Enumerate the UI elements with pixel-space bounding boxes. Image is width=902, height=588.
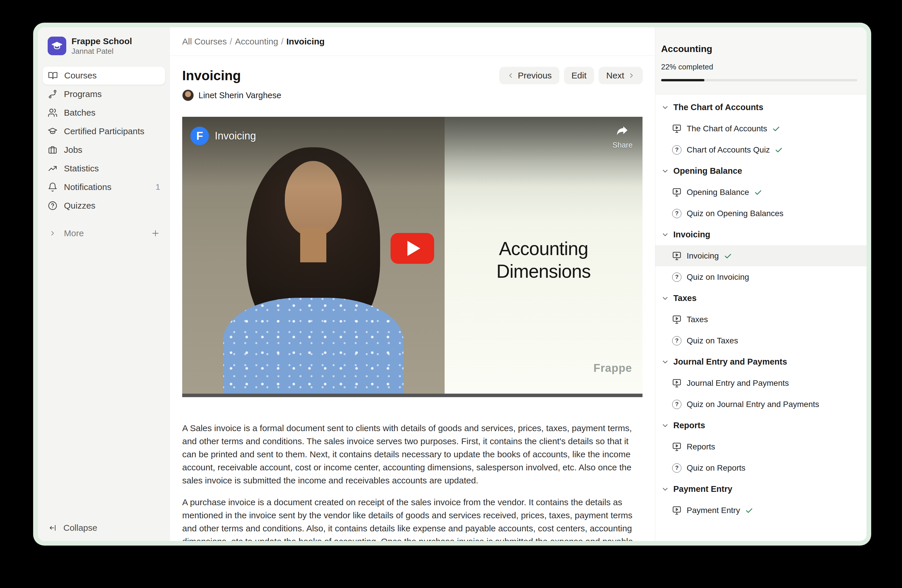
breadcrumb-course[interactable]: Accounting: [235, 37, 278, 47]
lesson-row[interactable]: ? Quiz on Journal Entry and Payments: [655, 394, 866, 415]
lesson-content: Invoicing Previous Edit Next: [170, 56, 655, 541]
sidebar-item-label: Programs: [64, 89, 102, 99]
lesson-row[interactable]: Journal Entry and Payments: [655, 372, 866, 394]
share-button[interactable]: Share: [612, 125, 633, 150]
video-title[interactable]: Invoicing: [215, 130, 256, 142]
lesson-title: Quiz on Taxes: [687, 336, 738, 346]
video-lesson-icon: [672, 442, 682, 452]
outline-list: The Chart of Accounts The Chart of Accou…: [655, 94, 866, 541]
chapter-title: Opening Balance: [673, 166, 742, 176]
play-button[interactable]: [391, 233, 434, 264]
lesson-row[interactable]: Payment Entry: [655, 500, 866, 521]
author-name: Linet Sherin Varghese: [199, 91, 281, 100]
lesson-row[interactable]: ? Quiz on Opening Balances: [655, 203, 866, 224]
video-progress-bar[interactable]: [182, 394, 642, 397]
collapse-sidebar-button[interactable]: Collapse: [49, 523, 97, 533]
frappe-school-logo: [48, 37, 66, 55]
sidebar-nav: Courses Programs Batches Certified Parti…: [38, 66, 170, 215]
sidebar-item-jobs[interactable]: Jobs: [42, 141, 165, 159]
lesson-title: Quiz on Reports: [687, 463, 745, 473]
chevron-down-icon[interactable]: [661, 358, 669, 366]
add-icon[interactable]: [151, 228, 160, 238]
quiz-icon: ?: [672, 145, 682, 155]
lesson-row[interactable]: ? Quiz on Taxes: [655, 330, 866, 351]
lesson-title: Quiz on Journal Entry and Payments: [687, 400, 819, 409]
video-lesson-icon: [672, 251, 682, 261]
chapter-row[interactable]: Taxes: [655, 288, 866, 309]
sidebar-item-notifications[interactable]: Notifications 1: [42, 178, 165, 196]
route-icon: [48, 89, 58, 99]
lesson-paragraph: A Sales invoice is a formal document sen…: [182, 422, 642, 487]
user-name: Jannat Patel: [72, 47, 151, 56]
lesson-title: Journal Entry and Payments: [687, 378, 789, 388]
lesson-title: Reports: [687, 442, 715, 452]
chevron-down-icon[interactable]: [661, 422, 669, 430]
course-outline-sidebar: Accounting 22% completed The Chart of Ac…: [655, 27, 866, 541]
sidebar-more-label[interactable]: More: [64, 228, 84, 238]
breadcrumb-all-courses[interactable]: All Courses: [182, 37, 227, 47]
video-titlebar: F Invoicing: [190, 127, 256, 145]
next-button[interactable]: Next: [599, 67, 643, 84]
author-avatar: [182, 89, 194, 101]
progress-label: 22% completed: [661, 63, 857, 72]
channel-avatar[interactable]: F: [190, 127, 209, 145]
chevron-down-icon[interactable]: [661, 167, 669, 175]
edit-button[interactable]: Edit: [564, 67, 594, 84]
lesson-row[interactable]: ? Chart of Accounts Quiz: [655, 139, 866, 160]
author-row: Linet Sherin Varghese: [182, 89, 643, 102]
sidebar-item-label: Jobs: [64, 145, 82, 155]
breadcrumb: All Courses / Accounting / Invoicing: [170, 27, 655, 56]
sidebar-item-courses[interactable]: Courses: [42, 66, 165, 85]
lesson-row[interactable]: ? Quiz on Invoicing: [655, 266, 866, 288]
lesson-row[interactable]: Invoicing: [655, 245, 866, 266]
sidebar-item-label: Notifications: [64, 182, 111, 192]
sidebar-item-batches[interactable]: Batches: [42, 103, 165, 122]
lesson-title: Taxes: [687, 315, 708, 324]
frappe-watermark: Frappe: [594, 362, 632, 374]
workspace-switcher[interactable]: Frappe School Jannat Patel: [38, 36, 170, 56]
chapter-row[interactable]: Reports: [655, 415, 866, 436]
sidebar-item-label: Courses: [64, 70, 97, 80]
help-circle-icon: [48, 201, 58, 211]
chapter-row[interactable]: The Chart of Accounts: [655, 97, 866, 118]
quiz-icon: ?: [672, 272, 682, 282]
lesson-title: Quiz on Invoicing: [687, 272, 749, 282]
workspace-labels: Frappe School Jannat Patel: [72, 36, 151, 56]
notifications-count-badge: 1: [155, 183, 160, 192]
sidebar-item-statistics[interactable]: Statistics: [42, 159, 165, 178]
sidebar-item-certified-participants[interactable]: Certified Participants: [42, 122, 165, 141]
lesson-row[interactable]: The Chart of Accounts: [655, 118, 866, 139]
lesson-row[interactable]: Opening Balance: [655, 181, 866, 203]
chevron-right-icon[interactable]: [49, 230, 56, 237]
presenter-blouse: [223, 298, 403, 394]
video-player[interactable]: Accounting Dimensions Frappe F Invoicing: [182, 117, 642, 397]
chapter-row[interactable]: Payment Entry: [655, 479, 866, 500]
lesson-row[interactable]: Reports: [655, 436, 866, 457]
chevron-down-icon[interactable]: [661, 103, 669, 111]
lesson-title: Opening Balance: [687, 188, 749, 197]
progress-bar: [661, 79, 857, 81]
lesson-row[interactable]: ? Quiz on Reports: [655, 457, 866, 479]
chapter-title: Invoicing: [673, 230, 710, 239]
chapter-row[interactable]: Invoicing: [655, 224, 866, 245]
video-lesson-icon: [672, 187, 682, 197]
video-lesson-icon: [672, 505, 682, 516]
sidebar-item-programs[interactable]: Programs: [42, 85, 165, 103]
page-title: Invoicing: [182, 67, 241, 84]
chapter-title: Payment Entry: [673, 484, 732, 494]
breadcrumb-separator: /: [230, 37, 232, 47]
quiz-icon: ?: [672, 336, 682, 346]
breadcrumb-current: Invoicing: [287, 37, 325, 47]
chevron-down-icon[interactable]: [661, 231, 669, 239]
lesson-row[interactable]: Taxes: [655, 309, 866, 330]
chevron-down-icon[interactable]: [661, 485, 669, 493]
sidebar-item-quizzes[interactable]: Quizzes: [42, 196, 165, 215]
lesson-title: Chart of Accounts Quiz: [687, 145, 770, 155]
video-lesson-icon: [672, 314, 682, 325]
chapter-row[interactable]: Journal Entry and Payments: [655, 351, 866, 372]
previous-button[interactable]: Previous: [499, 67, 559, 84]
chapter-row[interactable]: Opening Balance: [655, 160, 866, 181]
share-icon: [616, 125, 629, 138]
chevron-down-icon[interactable]: [661, 294, 669, 302]
app-frame: Frappe School Jannat Patel Courses Progr…: [33, 23, 871, 546]
